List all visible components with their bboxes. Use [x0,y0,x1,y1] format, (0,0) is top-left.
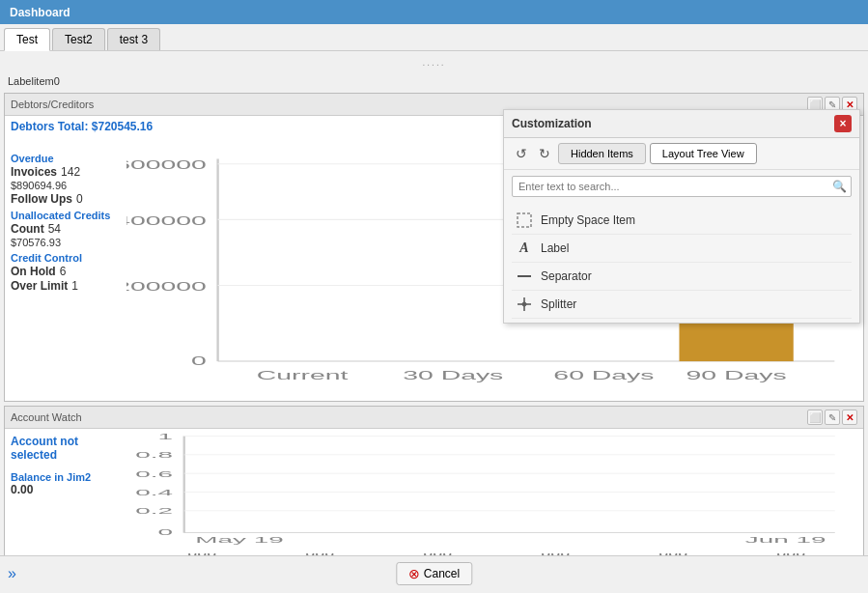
debtors-stats: Overdue Invoices 142 $890694.96 Follow U… [5,143,121,427]
nav-arrows-icon[interactable]: » [8,565,16,582]
splitter-icon [516,296,533,313]
svg-rect-30 [518,213,531,227]
followups-label: Follow Ups [11,192,72,206]
customization-list: Empty Space Item A Label Separator [504,203,859,323]
tab-test3[interactable]: test 3 [107,28,160,50]
label-item-label: Label [541,241,569,255]
unallocated-label: Unallocated Credits [11,210,115,221]
svg-text:1: 1 [158,433,174,441]
main-content: ..... Labelitem0 Debtors/Creditors ⬜ ✎ ✕… [0,51,868,590]
svg-text:0: 0 [191,354,207,368]
title-bar: Dashboard [0,0,868,24]
svg-text:Current: Current [257,368,349,381]
empty-space-label: Empty Space Item [541,213,635,227]
svg-text:400000: 400000 [126,213,207,227]
list-item-separator[interactable]: Separator [512,263,852,291]
invoices-label: Invoices [11,165,57,179]
account-not-selected: Account not selected [11,435,105,462]
overlimit-label: Over Limit [11,279,68,293]
customization-close-button[interactable]: × [834,115,852,132]
splitter-label: Splitter [541,297,576,311]
bottom-bar: » ⊗ Cancel [0,555,868,590]
onhold-label: On Hold [11,265,56,278]
count-row: Count 54 [11,222,115,236]
onhold-value: 6 [60,265,67,278]
customization-panel: Customization × ↺ ↻ Hidden Items Layout … [503,109,860,324]
customization-toolbar: ↺ ↻ Hidden Items Layout Tree View [504,138,859,170]
tab-test2[interactable]: Test2 [52,28,105,50]
undo-button[interactable]: ↺ [512,144,531,163]
overlimit-row: Over Limit 1 [11,279,115,293]
svg-text:600000: 600000 [126,158,207,172]
balance-label: Balance in Jim2 [11,471,105,483]
svg-text:May 19: May 19 [195,535,283,544]
invoices-amount: $890694.96 [11,180,115,191]
svg-text:Jun 19: Jun 19 [745,535,826,544]
cancel-icon: ⊗ [408,566,420,581]
svg-text:0.4: 0.4 [135,488,173,496]
search-input[interactable] [512,176,852,197]
label-item: Labelitem0 [4,73,864,89]
svg-text:0.2: 0.2 [135,507,173,516]
svg-text:200000: 200000 [126,279,207,293]
svg-text:90 Days: 90 Days [686,368,787,381]
unallocated-amount: $70576.93 [11,237,115,248]
count-value: 54 [48,222,61,236]
debtors-header-title: Debtors/Creditors [11,99,94,110]
tab-hidden-items[interactable]: Hidden Items [558,143,646,164]
credit-control-label: Credit Control [11,252,115,264]
customization-header: Customization × [504,110,859,138]
separator-icon [516,268,533,285]
list-item-empty-space[interactable]: Empty Space Item [512,207,852,235]
tab-test[interactable]: Test [4,28,50,51]
customization-search: 🔍 [512,176,852,197]
account-line-chart: 1 0.8 0.6 0.4 0.2 0 May 19 [117,433,857,550]
invoices-row: Invoices 142 [11,165,115,179]
svg-text:0.8: 0.8 [135,451,173,460]
invoices-value: 142 [61,165,80,179]
svg-text:30 Days: 30 Days [403,368,503,381]
redo-button[interactable]: ↻ [535,144,554,163]
cancel-label: Cancel [424,567,460,580]
list-item-splitter[interactable]: Splitter [512,291,852,319]
svg-text:0.6: 0.6 [135,469,173,478]
cancel-button[interactable]: ⊗ Cancel [396,562,472,585]
tab-layout-tree-view[interactable]: Layout Tree View [650,143,757,164]
overlimit-value: 1 [71,279,78,293]
list-item-label[interactable]: A Label [512,235,852,263]
search-icon: 🔍 [832,180,847,193]
followups-row: Follow Ups 0 [11,192,115,206]
label-item-icon: A [516,240,533,257]
customization-title: Customization [512,117,592,130]
account-header-title: Account Watch [11,411,82,423]
svg-text:60 Days: 60 Days [553,368,654,381]
svg-text:0: 0 [158,527,174,536]
onhold-row: On Hold 6 [11,265,115,278]
followups-value: 0 [76,192,83,206]
empty-space-icon [516,212,533,229]
debtors-total: Debtors Total: $720545.16 [11,120,153,133]
count-label: Count [11,222,44,236]
overdue-label: Overdue [11,153,115,164]
separator-label: Separator [541,269,592,283]
app-title: Dashboard [10,6,70,19]
drag-dots: ..... [4,55,864,70]
tab-bar: Test Test2 test 3 [0,24,868,51]
balance-value: 0.00 [11,483,105,496]
